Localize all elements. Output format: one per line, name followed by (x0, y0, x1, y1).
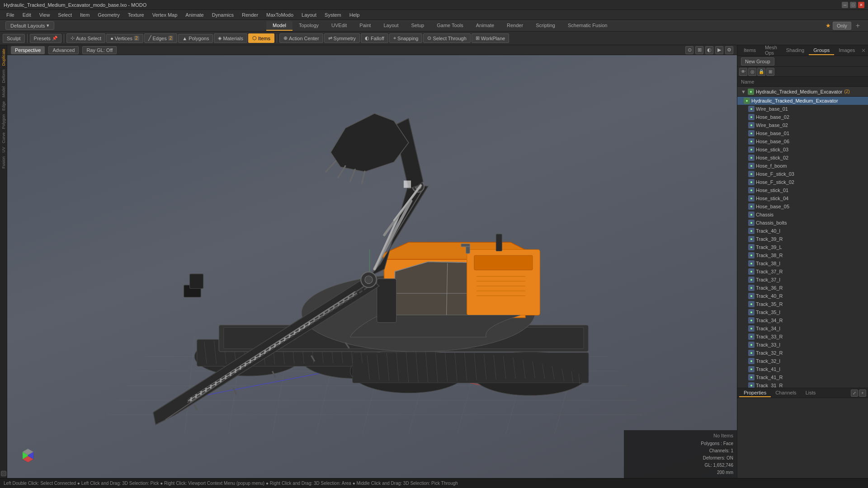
tab-shading[interactable]: Shading (782, 46, 809, 55)
render-icon[interactable]: ▶ (715, 46, 723, 54)
list-item[interactable]: ●Hose_stick_02 (737, 154, 868, 162)
mode-tab-model[interactable]: Model (266, 21, 292, 31)
mode-tab-setup[interactable]: Setup (405, 21, 430, 31)
render-toggle[interactable]: ◎ (748, 68, 756, 76)
polygons-button[interactable]: ▲ Polygons (178, 34, 213, 43)
list-item[interactable]: ●Hose_base_01 (737, 129, 868, 137)
mode-tab-game-tools[interactable]: Game Tools (430, 21, 470, 31)
bottom-expand-icon[interactable]: ⤢ (851, 389, 858, 397)
list-item[interactable]: ●Hose_base_05 (737, 202, 868, 211)
eye-toggle[interactable]: 👁 (739, 68, 747, 76)
menu-item-item[interactable]: Item (76, 11, 93, 19)
symmetry-button[interactable]: ⇌ Symmetry (324, 33, 360, 43)
items-button[interactable]: ⬡ Items (248, 33, 274, 43)
minimize-button[interactable]: ─ (842, 2, 848, 8)
advanced-button[interactable]: Advanced (48, 46, 79, 54)
panel-close-button[interactable]: ✕ (859, 47, 868, 54)
list-item[interactable]: ●Track_38_l (737, 259, 868, 267)
list-item[interactable]: ●Hose_f_boom (737, 162, 868, 170)
list-item[interactable]: ●Track_32_R (737, 349, 868, 357)
tab-channels[interactable]: Channels (771, 389, 801, 397)
menu-item-vertex-map[interactable]: Vertex Map (149, 11, 181, 19)
mode-tab-animate[interactable]: Animate (470, 21, 500, 31)
list-item[interactable]: ●Track_40_l (737, 227, 868, 235)
list-item[interactable]: ●Track_39_L (737, 243, 868, 251)
presets-button[interactable]: Presets 📌 (30, 34, 61, 43)
list-item[interactable]: ●Hose_base_06 (737, 137, 868, 145)
list-item[interactable]: ●Track_37_R (737, 267, 868, 276)
mode-tab-render[interactable]: Render (500, 21, 529, 31)
shading-icon[interactable]: ◐ (705, 46, 713, 54)
list-item[interactable]: ●Wire_base_01 (737, 105, 868, 113)
list-item[interactable]: ●Chassis_bolts (737, 219, 868, 227)
list-item[interactable]: ●Track_33_R (737, 333, 868, 341)
tab-items[interactable]: Items (739, 46, 760, 55)
mode-tab-scripting[interactable]: Scripting (529, 21, 561, 31)
list-item[interactable]: ●Track_38_R (737, 251, 868, 259)
bottom-add-icon[interactable]: + (859, 389, 866, 397)
list-item[interactable]: ●Track_34_l (737, 324, 868, 333)
list-item[interactable]: ●Hose_F_stick_03 (737, 170, 868, 178)
list-item[interactable]: ●Track_36_R (737, 284, 868, 292)
list-item[interactable]: ●Track_41_R (737, 373, 868, 381)
list-item[interactable]: ●Track_33_l (737, 341, 868, 349)
extra-toggle[interactable]: ⊞ (766, 68, 774, 76)
list-item[interactable]: ●Track_32_l (737, 357, 868, 365)
tab-properties[interactable]: Properties (739, 389, 771, 397)
list-item[interactable]: ●Hose_stick_03 (737, 145, 868, 154)
sidebar-collapse-button[interactable] (1, 471, 6, 476)
sidebar-tab-uv[interactable]: UV (1, 145, 6, 155)
mode-tab-uvedit[interactable]: UVEdit (325, 21, 353, 31)
tab-groups[interactable]: Groups (809, 46, 834, 55)
raygl-button[interactable]: Ray GL: Off (82, 46, 117, 54)
menu-item-animate[interactable]: Animate (182, 11, 207, 19)
tab-mesh-ops[interactable]: Mesh Ops (760, 43, 782, 58)
settings-icon[interactable]: ⚙ (725, 46, 733, 54)
menu-item-view[interactable]: View (36, 11, 54, 19)
sidebar-tab-deform[interactable]: Deform (1, 68, 6, 85)
sidebar-tab-model[interactable]: Model (1, 84, 6, 99)
viewport-canvas[interactable]: No Items Polygons : Face Channels: 1 Def… (7, 55, 737, 478)
select-through-button[interactable]: ⊙ Select Through (423, 33, 470, 43)
list-item[interactable]: ●Hose_base_02 (737, 113, 868, 121)
sidebar-tab-fusion[interactable]: Fusion (1, 155, 6, 170)
new-group-button[interactable]: New Group (741, 57, 774, 66)
edges-button[interactable]: ╱ Edges 2 (144, 33, 178, 43)
list-item[interactable]: ●Track_40_R (737, 292, 868, 300)
close-button[interactable]: ✕ (858, 2, 864, 8)
materials-button[interactable]: ◈ Materials (214, 33, 247, 43)
list-item[interactable]: ●Track_39_R (737, 235, 868, 243)
lock-toggle[interactable]: 🔒 (757, 68, 765, 76)
list-item[interactable]: ●Hose_stick_04 (737, 194, 868, 202)
tab-images[interactable]: Images (834, 46, 859, 55)
menu-item-dynamics[interactable]: Dynamics (208, 11, 237, 19)
sidebar-tab-duplicate[interactable]: Duplicate (1, 47, 6, 68)
sidebar-tab-edge[interactable]: Edge (1, 99, 6, 113)
list-item[interactable]: ●Hose_stick_01 (737, 186, 868, 194)
only-button[interactable]: Only (833, 22, 851, 30)
layout-dropdown[interactable]: Default Layouts ▾ (5, 21, 54, 30)
menu-item-layout[interactable]: Layout (298, 11, 320, 19)
sidebar-tab-polygon[interactable]: Polygon (1, 113, 6, 131)
star-button[interactable]: ★ (826, 22, 831, 29)
list-item[interactable]: ●Wire_base_02 (737, 121, 868, 129)
auto-select-button[interactable]: ⊹ Auto Select (66, 33, 105, 43)
snapping-button[interactable]: ⌖ Snapping (389, 33, 423, 43)
menu-item-maxtomodo[interactable]: MaxToModo (263, 11, 297, 19)
menu-item-help[interactable]: Help (346, 11, 363, 19)
tab-lists[interactable]: Lists (801, 389, 821, 397)
menu-item-select[interactable]: Select (54, 11, 75, 19)
menu-item-texture[interactable]: Texture (124, 11, 148, 19)
list-item[interactable]: ●Track_35_l (737, 308, 868, 316)
mode-tab-paint[interactable]: Paint (353, 21, 377, 31)
sculpt-button[interactable]: Sculpt (3, 34, 25, 43)
perspective-button[interactable]: Perspective (11, 46, 45, 54)
list-item[interactable]: ●Hose_F_stick_02 (737, 178, 868, 186)
list-item[interactable]: ●Chassis (737, 211, 868, 219)
camera-icon[interactable]: ⊙ (685, 46, 693, 54)
grid-icon[interactable]: ⊞ (695, 46, 703, 54)
list-item[interactable]: ●Track_34_R (737, 316, 868, 324)
list-item[interactable]: ●Track_31_R (737, 381, 868, 388)
top-group-row[interactable]: ▼ ● Hydraulic_Tracked_Medium_Excavator (… (737, 87, 868, 97)
workplane-button[interactable]: ⊞ WorkPlane (472, 33, 509, 43)
